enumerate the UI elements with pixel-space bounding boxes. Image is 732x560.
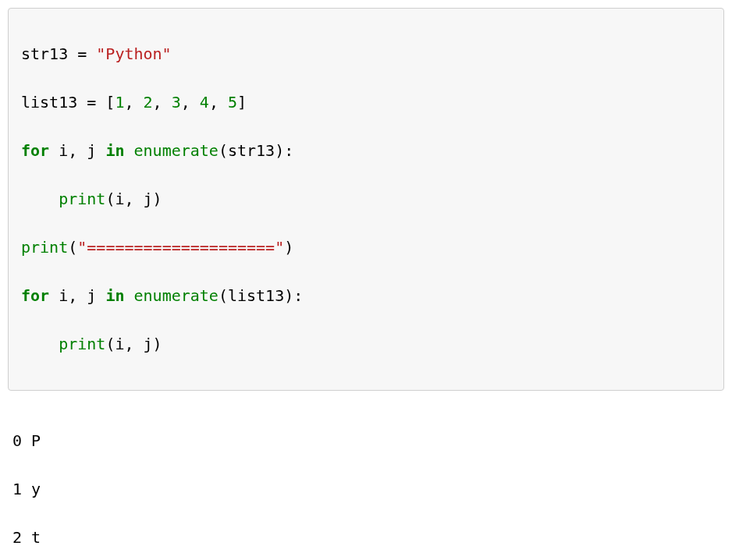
keyword: in — [105, 286, 124, 305]
code-line-4: print(i, j) — [21, 187, 711, 211]
string-literal: "====================" — [77, 238, 284, 257]
number-literal: 5 — [228, 93, 237, 112]
code-line-7: print(i, j) — [21, 332, 711, 356]
output-line: 1 y — [12, 477, 720, 502]
number-literal: 3 — [172, 93, 181, 112]
builtin: enumerate — [134, 286, 219, 305]
output-line: 0 P — [12, 429, 720, 453]
output-block: 0 P 1 y 2 t 3 h 4 o 5 n ================… — [8, 405, 724, 560]
builtin: print — [59, 335, 105, 353]
code-text: list13 = [ — [21, 93, 115, 112]
code-line-1: str13 = "Python" — [21, 42, 711, 66]
number-literal: 1 — [115, 93, 124, 112]
code-text: str13 = — [21, 44, 96, 63]
string-literal: "Python" — [96, 44, 171, 63]
number-literal: 2 — [144, 93, 153, 112]
code-line-3: for i, j in enumerate(str13): — [21, 139, 711, 163]
output-line: 2 t — [12, 526, 720, 550]
code-line-6: for i, j in enumerate(list13): — [21, 284, 711, 308]
keyword: in — [105, 141, 124, 160]
builtin: print — [59, 190, 105, 208]
code-line-2: list13 = [1, 2, 3, 4, 5] — [21, 90, 711, 115]
code-cell: str13 = "Python" list13 = [1, 2, 3, 4, 5… — [8, 8, 724, 391]
builtin: enumerate — [134, 141, 219, 160]
keyword: for — [21, 286, 49, 305]
number-literal: 4 — [200, 93, 209, 112]
code-line-5: print("====================") — [21, 236, 711, 260]
keyword: for — [21, 141, 49, 160]
builtin: print — [21, 238, 68, 257]
